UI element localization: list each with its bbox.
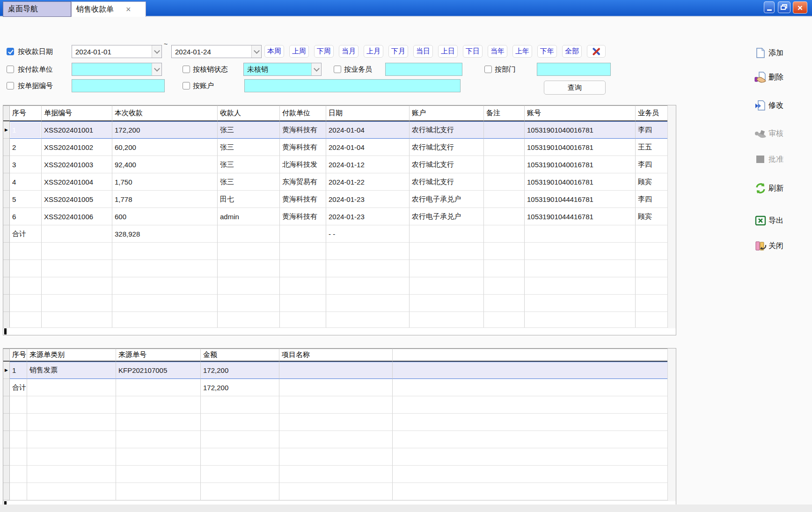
date-from-select[interactable]: 2024-01-01 [72,45,162,58]
receipts-row-2[interactable]: 3XSS20240100392,400张三北海科技发2024-01-12农行城北… [3,156,668,173]
receipts-row-1[interactable]: 2XSS20240100260,200张三黄海科技有2024-01-04农行城北… [3,139,668,156]
source-cell-0-3[interactable]: 172,200 [201,362,279,379]
quick-range-button-11[interactable]: 下年 [537,45,557,58]
receipts-cell-3-1[interactable]: XSS202401004 [42,173,112,191]
receipts-column-header-2[interactable]: 本次收款 [112,105,218,121]
receipts-column-header-1[interactable]: 单据编号 [42,105,112,121]
quick-range-button-3[interactable]: 当月 [339,45,358,58]
receipts-cell-5-8[interactable]: 10531901044416781 [525,208,636,225]
receipts-cell-3-7[interactable] [484,173,525,191]
chevron-down-icon[interactable] [311,63,321,75]
receipts-cell-2-8[interactable]: 10531901040016781 [525,156,636,173]
account-filter-input[interactable] [244,79,461,92]
chevron-down-icon[interactable] [251,45,261,58]
receipts-cell-4-8[interactable]: 10531901044416781 [525,191,636,208]
receipts-cell-0-0[interactable]: 1 [10,121,42,139]
receipts-cell-4-1[interactable]: XSS202401005 [42,191,112,208]
receipts-column-header-4[interactable]: 付款单位 [280,105,326,121]
toolbar-delete-button[interactable]: 删除 [754,71,783,83]
source-row-0[interactable]: ▶1销售发票KFP202107005172,200 [3,362,668,379]
quick-range-button-5[interactable]: 下月 [388,45,408,58]
receipts-cell-5-2[interactable]: 600 [112,208,218,225]
restore-button[interactable] [778,1,790,13]
source-cell-0-5[interactable] [393,362,668,379]
salesman-filter-checkbox[interactable] [334,66,341,73]
receipts-cell-2-1[interactable]: XSS202401003 [42,156,112,173]
receipts-cell-5-9[interactable]: 顾宾 [636,208,668,225]
receipts-cell-1-4[interactable]: 黄海科技有 [280,139,326,156]
dept-filter-checkbox[interactable] [484,66,492,73]
toolbar-refresh-button[interactable]: 刷新 [754,182,783,194]
receipts-cell-5-0[interactable]: 6 [10,208,42,225]
receipts-cell-2-9[interactable]: 李四 [636,156,668,173]
receipts-column-header-0[interactable]: 序号 [10,105,42,121]
receipts-cell-1-3[interactable]: 张三 [218,139,280,156]
receipts-cell-4-9[interactable]: 李四 [636,191,668,208]
salesman-filter-input[interactable] [385,63,462,76]
toolbar-add-button[interactable]: 添加 [754,47,783,59]
source-cell-0-0[interactable]: 1 [10,362,27,379]
toolbar-modify-button[interactable]: 修改 [754,99,783,111]
verify-status-select[interactable]: 未核销 [243,63,322,76]
receipts-cell-2-0[interactable]: 3 [10,156,42,173]
receipts-cell-0-4[interactable]: 黄海科技有 [280,121,326,139]
receipts-cell-5-6[interactable]: 农行电子承兑户 [410,208,484,225]
receipts-column-header-6[interactable]: 账户 [410,105,484,121]
quick-range-button-0[interactable]: 本周 [264,45,284,58]
receipts-cell-4-2[interactable]: 1,778 [112,191,218,208]
receipts-column-header-5[interactable]: 日期 [326,105,410,121]
quick-range-button-1[interactable]: 上周 [289,45,309,58]
receipts-table-hscroll-thumb[interactable] [4,328,7,334]
quick-range-button-2[interactable]: 下周 [314,45,334,58]
receipts-column-header-3[interactable]: 收款人 [218,105,280,121]
quick-range-button-6[interactable]: 当日 [413,45,433,58]
payer-filter-checkbox[interactable] [7,66,14,73]
receipts-cell-1-7[interactable] [484,139,525,156]
query-button[interactable]: 查询 [544,81,606,95]
receipts-cell-1-6[interactable]: 农行城北支行 [410,139,484,156]
receipts-column-header-7[interactable]: 备注 [484,105,525,121]
verify-status-checkbox[interactable] [183,66,190,73]
tab-desktop-nav[interactable]: 桌面导航 [3,1,71,17]
source-docs-table-vscrollbar[interactable] [667,349,676,501]
source-cell-0-4[interactable] [279,362,393,379]
source-column-header-0[interactable]: 序号 [10,349,27,362]
toolbar-export-button[interactable]: 导出 [754,215,783,227]
receipts-cell-4-7[interactable] [484,191,525,208]
tab-sales-receipt[interactable]: 销售收款单 × [71,1,146,17]
receipts-cell-2-5[interactable]: 2024-01-12 [326,156,410,173]
receipts-cell-3-2[interactable]: 1,750 [112,173,218,191]
receipts-cell-3-0[interactable]: 4 [10,173,42,191]
source-column-header-2[interactable]: 来源单号 [116,349,201,362]
receipts-cell-1-5[interactable]: 2024-01-04 [326,139,410,156]
receipts-cell-5-1[interactable]: XSS202401006 [42,208,112,225]
receipts-cell-5-5[interactable]: 2024-01-23 [326,208,410,225]
receipts-cell-0-5[interactable]: 2024-01-04 [326,121,410,139]
receipts-cell-2-4[interactable]: 北海科技发 [280,156,326,173]
receipts-cell-2-2[interactable]: 92,400 [112,156,218,173]
receipts-cell-3-8[interactable]: 10531901040016781 [525,173,636,191]
receipts-cell-3-3[interactable]: 张三 [218,173,280,191]
source-column-header-4[interactable]: 项目名称 [279,349,393,362]
custom-range-button[interactable] [587,45,606,58]
receipts-cell-2-7[interactable] [484,156,525,173]
receipts-cell-1-0[interactable]: 2 [10,139,42,156]
docno-filter-checkbox[interactable] [7,82,14,89]
receipts-cell-5-3[interactable]: admin [218,208,280,225]
receipts-row-3[interactable]: 4XSS2024010041,750张三东海贸易有2024-01-22农行城北支… [3,173,668,191]
dept-filter-input[interactable] [537,63,611,76]
receipts-cell-4-4[interactable]: 黄海科技有 [280,191,326,208]
receipts-column-header-9[interactable]: 业务员 [636,105,668,121]
receipts-cell-0-8[interactable]: 10531901040016781 [525,121,636,139]
receipts-cell-3-4[interactable]: 东海贸易有 [280,173,326,191]
toolbar-close-button[interactable]: 关闭 [754,240,783,252]
receipts-cell-0-6[interactable]: 农行城北支行 [410,121,484,139]
receipts-cell-3-9[interactable]: 顾宾 [636,173,668,191]
receipts-cell-0-7[interactable] [484,121,525,139]
source-cell-0-2[interactable]: KFP202107005 [116,362,201,379]
chevron-down-icon[interactable] [152,45,161,58]
receipts-cell-1-8[interactable]: 10531901040016781 [525,139,636,156]
payer-filter-select[interactable] [72,63,162,76]
receipts-row-5[interactable]: 6XSS202401006600admin黄海科技有2024-01-23农行电子… [3,208,668,225]
quick-range-button-10[interactable]: 上年 [512,45,532,58]
